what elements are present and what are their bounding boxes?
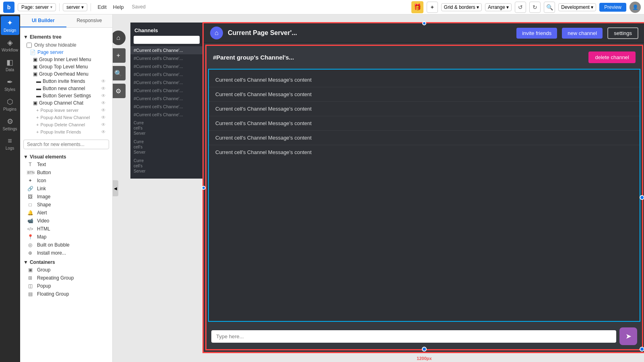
- only-hideable-row[interactable]: Only show hideable: [23, 41, 109, 49]
- tree-item-btn-invite[interactable]: ▬ Button invite friends 👁: [23, 78, 109, 85]
- element-group[interactable]: ▣ Group: [20, 266, 112, 274]
- element-alert[interactable]: 🔔 Alert: [20, 209, 112, 217]
- chat-input[interactable]: [211, 330, 616, 343]
- tree-item-btn-settings[interactable]: ▬ Button Server Settings 👁: [23, 92, 109, 99]
- settings-canvas-button[interactable]: ⚙: [113, 84, 126, 98]
- element-button[interactable]: BTN Button: [20, 169, 112, 177]
- home-canvas-button[interactable]: ⌂: [113, 31, 126, 45]
- containers-header[interactable]: ▼ Containers: [20, 257, 112, 266]
- invite-friends-button[interactable]: invite friends: [516, 28, 557, 39]
- preview-button[interactable]: Preview: [599, 3, 626, 12]
- canvas-inner: ⌂ + 🔍 ⚙ Channels #Current cell's Channe'…: [113, 14, 644, 362]
- divider-1: [59, 3, 60, 11]
- channel-item-4[interactable]: #Current cell's Channe'...: [130, 78, 203, 86]
- element-floating-group[interactable]: ▤ Floating Group: [20, 290, 112, 298]
- alert-icon: 🔔: [27, 210, 34, 216]
- element-text[interactable]: T Text: [20, 160, 112, 169]
- sidebar-item-settings[interactable]: ⚙ Settings: [1, 115, 19, 134]
- resize-handle-corner[interactable]: [640, 347, 644, 352]
- popup-icon: ◫: [27, 283, 34, 289]
- tree-item-popup-leave[interactable]: + Popup leave server 👁: [23, 107, 109, 114]
- add-canvas-button[interactable]: +: [113, 48, 126, 63]
- redo-button[interactable]: ↻: [529, 2, 541, 13]
- tree-item-popup-delete[interactable]: + Popup Delete Channel 👁: [23, 121, 109, 128]
- page-selector-label: Page: server: [21, 4, 49, 10]
- only-hideable-checkbox[interactable]: [27, 43, 32, 48]
- group-channel-chat-preview: #Parent group's Channel's... delete chan…: [205, 45, 643, 350]
- tree-item-page-server[interactable]: 📄 Page server: [23, 49, 109, 56]
- resize-handle-top[interactable]: [422, 21, 426, 25]
- sidebar-item-data[interactable]: ◧ Data: [1, 56, 19, 74]
- tree-item-group-top[interactable]: ▣ Group Top Level Menu: [23, 63, 109, 70]
- element-html[interactable]: </> HTML: [20, 225, 112, 233]
- channel-item-2[interactable]: #Current cell's Channe'...: [130, 62, 203, 70]
- icon-sidebar: ✦ Design ◈ Workflow ◧ Data ✒ Styles ⬡ Pl…: [0, 14, 20, 362]
- logo[interactable]: b: [3, 2, 14, 13]
- tab-responsive[interactable]: Responsive: [66, 14, 113, 27]
- channel-item-active[interactable]: #Current cell's Channe'...: [130, 46, 203, 54]
- channel-item-8[interactable]: #Current cell's Channe'...: [130, 111, 203, 119]
- eye-icon-settings: 👁: [101, 93, 106, 99]
- sidebar-item-logs[interactable]: ≡ Logs: [1, 134, 19, 153]
- btn-icon-2: ▬: [36, 86, 41, 91]
- search-input[interactable]: [23, 140, 109, 149]
- bubble-icon: ◎: [27, 242, 34, 248]
- logs-icon: ≡: [8, 137, 12, 145]
- collapse-panel-button[interactable]: ◀: [113, 180, 118, 196]
- arrange-select[interactable]: Arrange ▾: [485, 3, 512, 11]
- send-button[interactable]: ➤: [619, 327, 637, 345]
- sidebar-item-workflow[interactable]: ◈ Workflow: [1, 36, 19, 55]
- element-repeating-group[interactable]: ⊞ Repeating Group: [20, 274, 112, 282]
- channel-item-6[interactable]: #Current cell's Channe'...: [130, 95, 203, 103]
- element-built-on-bubble[interactable]: ◎ Built on Bubble: [20, 241, 112, 249]
- cell-label-2: Currecell'sServer: [130, 138, 203, 156]
- tree-item-group-inner[interactable]: ▣ Group Inner Level Menu: [23, 56, 109, 63]
- element-shape[interactable]: □ Shape: [20, 201, 112, 209]
- resize-handle-left[interactable]: [202, 186, 206, 190]
- search-canvas-button[interactable]: 🔍: [113, 66, 126, 80]
- element-video[interactable]: 📹 Video: [20, 217, 112, 225]
- element-link[interactable]: 🔗 Link: [20, 185, 112, 193]
- tree-item-popup-add[interactable]: + Popup Add New Channel 👁: [23, 114, 109, 121]
- element-install-more[interactable]: ⊕ Install more...: [20, 249, 112, 257]
- map-icon: 📍: [27, 234, 34, 240]
- undo-button[interactable]: ↺: [515, 2, 526, 13]
- page-selector[interactable]: Page: server ▾: [18, 3, 56, 11]
- channel-item-3[interactable]: #Current cell's Channe'...: [130, 70, 203, 78]
- tree-item-group-channel-chat[interactable]: ▣ Group Channel Chat 👁: [23, 99, 109, 107]
- element-icon[interactable]: ✦ Icon: [20, 177, 112, 185]
- server-selector[interactable]: server ▾: [63, 3, 87, 11]
- visual-elements-header[interactable]: ▼ Visual elements: [20, 152, 112, 160]
- search-button[interactable]: 🔍: [544, 2, 555, 13]
- grid-borders-select[interactable]: Grid & borders ▾: [441, 3, 482, 11]
- edit-link[interactable]: Edit: [97, 4, 106, 10]
- channel-item-7[interactable]: #Current cell's Channe'...: [130, 103, 203, 111]
- server-selector-label: server: [66, 4, 80, 10]
- channel-item-1[interactable]: #Current cell's Channe'...: [130, 54, 203, 62]
- magic-wand-button[interactable]: ✦: [427, 2, 438, 13]
- sidebar-item-plugins[interactable]: ⬡ Plugins: [1, 95, 19, 114]
- tab-ui-builder[interactable]: UI Builder: [20, 14, 66, 27]
- element-image[interactable]: 🖼 Image: [20, 193, 112, 201]
- app-home-icon[interactable]: ⌂: [210, 27, 223, 39]
- element-popup[interactable]: ◫ Popup: [20, 282, 112, 290]
- delete-channel-button[interactable]: delete channel: [588, 51, 636, 63]
- development-select[interactable]: Development ▾: [558, 3, 596, 11]
- settings-button[interactable]: settings: [607, 27, 638, 39]
- help-link[interactable]: Help: [113, 4, 124, 10]
- tree-item-group-overhead[interactable]: ▣ Group Overhead Menu: [23, 70, 109, 78]
- channel-search[interactable]: [134, 36, 200, 44]
- tree-item-popup-invite[interactable]: + Popup Invite Friends 👁: [23, 128, 109, 136]
- elements-tree-header[interactable]: ▼ Elements tree: [23, 33, 109, 41]
- avatar[interactable]: 👤: [630, 2, 641, 13]
- tree-item-btn-new[interactable]: ▬ Button new channel 👁: [23, 85, 109, 92]
- divider-2: [91, 3, 91, 11]
- sidebar-item-styles[interactable]: ✒ Styles: [1, 75, 19, 94]
- sidebar-item-design[interactable]: ✦ Design: [1, 16, 19, 35]
- new-channel-button[interactable]: new channel: [562, 28, 603, 39]
- element-map[interactable]: 📍 Map: [20, 233, 112, 241]
- gift-button[interactable]: 🎁: [411, 1, 423, 13]
- resize-handle-bottom[interactable]: [422, 347, 427, 352]
- channel-item-5[interactable]: #Current cell's Channe'...: [130, 86, 203, 95]
- resize-handle-right[interactable]: [640, 195, 644, 200]
